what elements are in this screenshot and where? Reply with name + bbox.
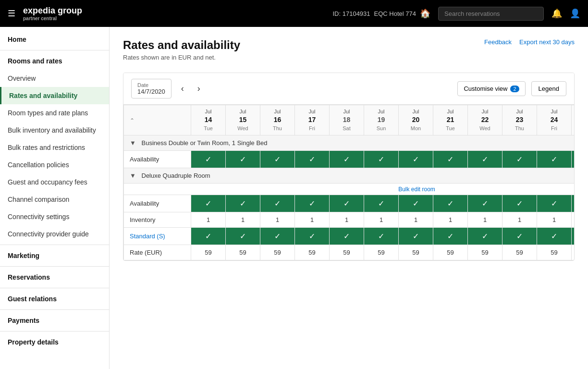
- check-icon: ✓: [447, 155, 453, 163]
- check-icon: ✓: [309, 232, 315, 240]
- cell-1-2-8[interactable]: ✓: [468, 228, 502, 245]
- cell-0-0-6[interactable]: ✓: [399, 151, 433, 168]
- cell-1-0-7[interactable]: ✓: [433, 195, 468, 212]
- cell-1-1-9: 1: [502, 212, 537, 228]
- cell-1-2-6[interactable]: ✓: [399, 228, 433, 245]
- account-icon[interactable]: 👤: [570, 8, 580, 19]
- sidebar-item-rates-and-availability[interactable]: Rates and availability: [0, 87, 109, 104]
- sidebar-item-connectivity-settings[interactable]: Connectivity settings: [0, 208, 109, 225]
- feedback-link[interactable]: Feedback: [484, 38, 512, 46]
- check-icon: ✓: [205, 155, 211, 163]
- customise-view-button[interactable]: Customise view 2: [457, 81, 525, 96]
- check-icon: ✓: [274, 232, 281, 240]
- cell-1-0-3[interactable]: ✓: [295, 195, 330, 212]
- sidebar-item-overview[interactable]: Overview: [0, 70, 109, 87]
- sidebar-item-channel-comparison[interactable]: Channel comparison: [0, 191, 109, 208]
- sidebar-section-rooms-and-rates[interactable]: Rooms and rates: [0, 52, 109, 70]
- next-arrow[interactable]: ›: [194, 82, 204, 96]
- export-link[interactable]: Export next 30 days: [519, 38, 575, 46]
- cell-1-2-10[interactable]: ✓: [537, 228, 572, 245]
- data-row-1-0: Availability✓✓✓✓✓✓✓✓✓✓✓✓✓✓✓: [124, 195, 575, 212]
- check-icon: ✓: [240, 199, 246, 208]
- sidebar-item-bulk-rates[interactable]: Bulk rates and restrictions: [0, 139, 109, 156]
- check-icon: ✓: [343, 155, 350, 163]
- cell-1-0-4[interactable]: ✓: [330, 195, 364, 212]
- cell-0-0-2[interactable]: ✓: [260, 151, 295, 168]
- cell-0-0-5[interactable]: ✓: [364, 151, 399, 168]
- date-header-col-5: Jul 19 Sun: [364, 105, 399, 135]
- cell-0-0-4[interactable]: ✓: [330, 151, 364, 168]
- cell-0-0-3[interactable]: ✓: [295, 151, 330, 168]
- cell-1-0-10[interactable]: ✓: [537, 195, 572, 212]
- cell-1-2-7[interactable]: ✓: [433, 228, 468, 245]
- date-header-col-8: Jul 22 Wed: [468, 105, 502, 135]
- bulk-edit-link-1[interactable]: Bulk edit room: [398, 186, 435, 193]
- cell-0-0-10[interactable]: ✓: [537, 151, 572, 168]
- sidebar-item-bulk-inventory[interactable]: Bulk inventory and availability: [0, 122, 109, 139]
- date-field[interactable]: Date 14/7/2020: [131, 79, 172, 98]
- main-content: Rates and availability Rates shown are i…: [110, 27, 588, 369]
- check-icon: ✓: [551, 232, 557, 240]
- section-toggle-0[interactable]: ▼: [130, 139, 136, 147]
- sidebar-section-marketing[interactable]: Marketing: [0, 247, 109, 264]
- cell-1-2-2[interactable]: ✓: [260, 228, 295, 245]
- date-header-col-2: Jul 16 Thu: [260, 105, 295, 135]
- sidebar-section-payments[interactable]: Payments: [0, 312, 109, 329]
- cell-1-2-11[interactable]: ✓: [572, 228, 575, 245]
- rate-plan-link-1-2[interactable]: Standard (S): [130, 233, 165, 240]
- cell-1-0-8[interactable]: ✓: [468, 195, 502, 212]
- cell-1-0-2[interactable]: ✓: [260, 195, 295, 212]
- cell-1-1-10: 1: [537, 212, 572, 228]
- page-subtitle: Rates shown are in EUR and net.: [123, 54, 240, 61]
- cell-1-0-6[interactable]: ✓: [399, 195, 433, 212]
- cell-0-0-9[interactable]: ✓: [502, 151, 537, 168]
- sidebar-section-guest-relations[interactable]: Guest relations: [0, 290, 109, 308]
- row-label-0-0: Availability: [124, 151, 191, 168]
- cell-1-2-4[interactable]: ✓: [330, 228, 364, 245]
- check-icon: ✓: [274, 199, 281, 208]
- cell-0-0-7[interactable]: ✓: [433, 151, 468, 168]
- cell-1-2-5[interactable]: ✓: [364, 228, 399, 245]
- cell-1-1-8: 1: [468, 212, 502, 228]
- cell-1-0-1[interactable]: ✓: [226, 195, 260, 212]
- sidebar-section-reservations[interactable]: Reservations: [0, 269, 109, 286]
- cell-1-0-5[interactable]: ✓: [364, 195, 399, 212]
- section-toggle-1[interactable]: ▼: [130, 172, 136, 179]
- cell-1-0-11[interactable]: ✓: [572, 195, 575, 212]
- cell-1-0-0[interactable]: ✓: [191, 195, 226, 212]
- prev-arrow[interactable]: ‹: [177, 82, 188, 96]
- row-label-1-3: Rate (EUR): [124, 245, 191, 260]
- cell-0-0-8[interactable]: ✓: [468, 151, 502, 168]
- cell-1-1-2: 1: [260, 212, 295, 228]
- cell-0-0-11[interactable]: ✓: [572, 151, 575, 168]
- cell-1-2-0[interactable]: ✓: [191, 228, 226, 245]
- cell-1-1-3: 1: [295, 212, 330, 228]
- search-input[interactable]: [438, 7, 544, 21]
- sidebar-item-connectivity-guide[interactable]: Connectivity provider guide: [0, 225, 109, 243]
- date-header-col-9: Jul 23 Thu: [502, 105, 537, 135]
- sidebar-item-guest-fees[interactable]: Guest and occupancy fees: [0, 173, 109, 191]
- cell-1-3-1: 59: [226, 245, 260, 260]
- cell-1-2-9[interactable]: ✓: [502, 228, 537, 245]
- notification-icon[interactable]: 🔔: [551, 8, 562, 19]
- date-header-col-3: Jul 17 Fri: [295, 105, 330, 135]
- date-header-col-10: Jul 24 Fri: [537, 105, 572, 135]
- data-row-1-1: Inventory111111111111111: [124, 212, 575, 228]
- cell-1-0-9[interactable]: ✓: [502, 195, 537, 212]
- hamburger-icon[interactable]: ☰: [8, 8, 15, 19]
- check-icon: ✓: [274, 155, 281, 163]
- check-icon: ✓: [447, 199, 453, 208]
- cell-1-2-3[interactable]: ✓: [295, 228, 330, 245]
- section-title-1: Deluxe Quadruple Room: [142, 172, 210, 179]
- sidebar-item-cancellation[interactable]: Cancellation policies: [0, 156, 109, 173]
- sidebar-section-property-details[interactable]: Property details: [0, 333, 109, 351]
- row-label-1-0: Availability: [124, 195, 191, 212]
- sidebar-item-home[interactable]: Home: [0, 31, 109, 48]
- sidebar-item-room-types[interactable]: Room types and rate plans: [0, 104, 109, 122]
- section-row-0: ▼ Business Double or Twin Room, 1 Single…: [124, 135, 575, 151]
- cell-0-0-0[interactable]: ✓: [191, 151, 226, 168]
- cell-1-2-1[interactable]: ✓: [226, 228, 260, 245]
- cell-0-0-1[interactable]: ✓: [226, 151, 260, 168]
- cell-1-3-11: 59: [572, 245, 575, 260]
- legend-button[interactable]: Legend: [531, 81, 566, 96]
